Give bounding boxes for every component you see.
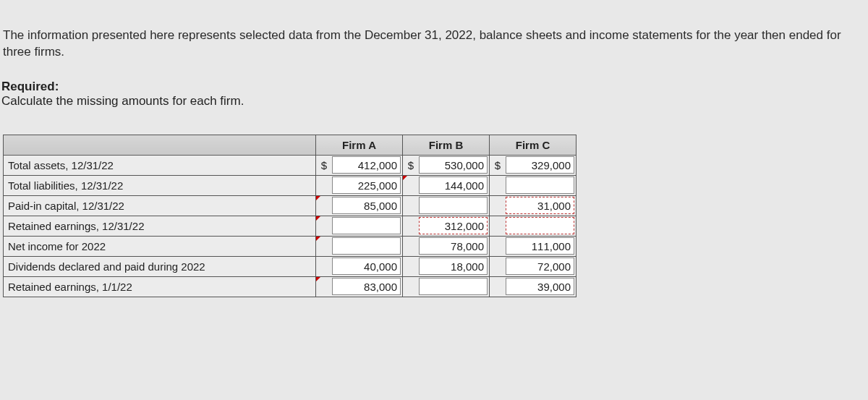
table-row: Dividends declared and paid during 2022 … [4,256,576,276]
row-label: Total assets, 12/31/22 [4,155,316,175]
cell-firm-b: $ 530,000 [403,155,490,175]
cell-firm-b: 78,000 [403,236,490,256]
table-row: Paid-in capital, 12/31/22 85,000 31,000 [4,195,576,216]
cell-firm-b: 144,000 [403,175,490,195]
row-label: Dividends declared and paid during 2022 [4,256,316,276]
cell-firm-a: 83,000 [316,276,403,297]
col-header-firm-b: Firm B [403,135,490,155]
row-label: Retained earnings, 1/1/22 [4,276,316,297]
value-input[interactable]: 412,000 [332,156,401,174]
value-input[interactable]: 144,000 [419,176,488,194]
table-row: Net income for 2022 78,000 111,000 [4,236,576,256]
value-input[interactable] [506,217,574,234]
cell-firm-b [403,195,490,216]
cell-firm-c: 111,000 [490,236,576,256]
row-label: Paid-in capital, 12/31/22 [4,195,316,216]
cell-firm-a [316,236,403,256]
header-blank [4,135,316,155]
value-input[interactable]: 83,000 [332,278,401,295]
cell-firm-c [490,216,576,236]
cell-firm-b: 312,000 [403,216,490,236]
table-row: Retained earnings, 12/31/22 312,000 [4,216,576,236]
value-input[interactable]: 40,000 [332,258,401,275]
row-label: Net income for 2022 [4,236,316,256]
value-input[interactable] [332,237,401,255]
dollar-sign: $ [403,159,419,171]
col-header-firm-a: Firm A [316,135,403,155]
table-row: Total assets, 12/31/22 $ 412,000 $ 530,0… [4,155,576,175]
row-label: Retained earnings, 12/31/22 [4,216,316,236]
cell-firm-a: 225,000 [316,175,403,195]
cell-firm-b [403,276,490,297]
data-table: Firm A Firm B Firm C Total assets, 12/31… [3,135,576,297]
cell-firm-c: $ 329,000 [490,155,576,175]
cell-firm-c: 72,000 [490,256,576,276]
col-header-firm-c: Firm C [490,135,576,155]
value-input[interactable]: 72,000 [506,258,574,275]
value-input[interactable]: 329,000 [506,156,574,174]
dollar-sign: $ [490,159,506,171]
value-input[interactable]: 225,000 [332,176,401,194]
required-text: Calculate the missing amounts for each f… [0,94,868,108]
value-input[interactable] [506,176,574,194]
value-input[interactable]: 39,000 [506,278,574,295]
row-label: Total liabilities, 12/31/22 [4,175,316,195]
required-label: Required: [0,80,868,94]
intro-text: The information presented here represent… [0,27,868,61]
cell-firm-c [490,175,576,195]
cell-firm-b: 18,000 [403,256,490,276]
value-input[interactable]: 78,000 [419,237,488,255]
value-input[interactable]: 312,000 [419,217,488,234]
cell-firm-a: $ 412,000 [316,155,403,175]
value-input[interactable] [419,197,488,214]
value-input[interactable]: 85,000 [332,197,401,214]
value-input[interactable]: 111,000 [506,237,574,255]
value-input[interactable]: 31,000 [506,197,574,214]
value-input[interactable]: 18,000 [419,258,488,275]
value-input[interactable] [332,217,401,234]
cell-firm-a [316,216,403,236]
dollar-sign: $ [316,159,332,171]
cell-firm-c: 39,000 [490,276,576,297]
value-input[interactable] [419,278,488,295]
value-input[interactable]: 530,000 [419,156,488,174]
cell-firm-a: 40,000 [316,256,403,276]
header-row: Firm A Firm B Firm C [4,135,576,155]
table-row: Retained earnings, 1/1/22 83,000 39,000 [4,276,576,297]
cell-firm-c: 31,000 [490,195,576,216]
table-row: Total liabilities, 12/31/22 225,000 144,… [4,175,576,195]
cell-firm-a: 85,000 [316,195,403,216]
